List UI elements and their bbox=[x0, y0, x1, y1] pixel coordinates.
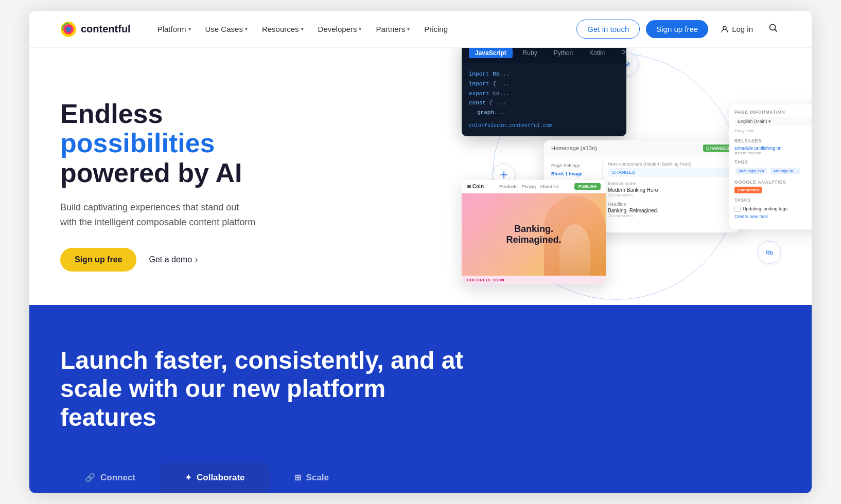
resources-chevron-icon: ▾ bbox=[301, 26, 304, 32]
panel-tags: TAGS 8/05 login in a Manage ta... bbox=[734, 159, 812, 175]
usecases-chevron-icon: ▾ bbox=[245, 26, 248, 32]
tab-ruby[interactable]: Ruby bbox=[517, 48, 544, 58]
nav-item-resources[interactable]: Resources ▾ bbox=[256, 21, 310, 38]
nav-item-usecases[interactable]: Use Cases ▾ bbox=[199, 21, 254, 38]
search-icon bbox=[768, 23, 778, 32]
tab-python[interactable]: Python bbox=[548, 48, 579, 58]
tab-scale[interactable]: ⊞ Scale bbox=[270, 462, 354, 493]
scale-icon: ⊞ bbox=[294, 473, 301, 482]
hero-section: Endless possibilities powered by AI Buil… bbox=[29, 48, 812, 305]
panel-tag-1: 8/05 login in a bbox=[735, 168, 767, 174]
nav-links: Platform ▾ Use Cases ▾ Resources ▾ Devel… bbox=[151, 21, 577, 38]
logo[interactable]: contentful bbox=[60, 21, 131, 38]
panel-analytics: GOOGLE ANALYTICS Connected bbox=[734, 179, 812, 193]
cms-nav-block1-image[interactable]: Block 1 Image bbox=[551, 170, 597, 178]
search-button[interactable] bbox=[765, 20, 781, 38]
cms-main-fields: Hero component (Modern Banking Hero) CHA… bbox=[608, 161, 732, 227]
developers-chevron-icon: ▾ bbox=[359, 26, 361, 32]
hero-content: Endless possibilities powered by AI Buil… bbox=[60, 79, 297, 272]
hero-title: Endless possibilities powered by AI bbox=[60, 99, 297, 188]
tab-php[interactable]: PHP bbox=[615, 48, 626, 58]
hero-signup-button[interactable]: Sign up free bbox=[60, 248, 136, 272]
panel-tasks: TASKS Updating landing tags Create new t… bbox=[734, 197, 812, 220]
svg-point-3 bbox=[723, 26, 726, 29]
logo-text: contentful bbox=[81, 23, 131, 35]
code-editor-card: JavaScript Ruby Python Kotlin PHP ... im… bbox=[462, 43, 626, 136]
blue-section: Launch faster, consistently, and at scal… bbox=[29, 305, 812, 493]
nav-actions: Get in touch Sign up free Log in bbox=[576, 20, 781, 39]
tab-connect[interactable]: 🔗 Connect bbox=[60, 462, 160, 493]
hero-demo-button[interactable]: Get a demo › bbox=[149, 255, 198, 264]
feature-tabs: 🔗 Connect ✦ Collaborate ⊞ Scale bbox=[60, 462, 781, 493]
blue-section-title: Launch faster, consistently, and at scal… bbox=[60, 346, 472, 431]
panel-english-field: English (Main) ▾ bbox=[734, 117, 812, 126]
panel-releases: RELEASES schedule publishing on Add to r… bbox=[734, 138, 812, 155]
tab-javascript[interactable]: JavaScript bbox=[469, 48, 513, 58]
sign-up-button[interactable]: Sign up free bbox=[646, 20, 708, 38]
web-preview-card: ≋ Coin Products Pricing About Us PUBLISH bbox=[462, 180, 606, 284]
login-icon bbox=[721, 25, 729, 33]
platform-chevron-icon: ▾ bbox=[188, 26, 191, 32]
web-hero-image: Banking.Reimagined. bbox=[462, 193, 606, 276]
circle-diagram: 🛍 JavaScript Ruby bbox=[431, 38, 812, 305]
contentful-logo-icon bbox=[60, 21, 77, 38]
right-panel-card: PAGE INFORMATION English (Main) ▾ Emily … bbox=[729, 104, 812, 229]
get-in-touch-button[interactable]: Get in touch bbox=[576, 20, 640, 39]
cms-page-name: Homepage (a13n) bbox=[551, 145, 597, 151]
svg-line-5 bbox=[775, 30, 777, 32]
web-nav-about: About Us bbox=[540, 184, 559, 189]
nav-item-partners[interactable]: Partners ▾ bbox=[370, 21, 416, 38]
tab-kotlin[interactable]: Kotlin bbox=[583, 48, 611, 58]
web-footer: COLORFUL COIN bbox=[462, 276, 606, 284]
hero-actions: Sign up free Get a demo › bbox=[60, 248, 297, 272]
web-logo: ≋ Coin bbox=[467, 184, 484, 189]
web-nav-pricing: Pricing bbox=[521, 184, 536, 189]
node-left-icon bbox=[499, 170, 509, 180]
cms-header: Homepage (a13n) CHANGES bbox=[544, 140, 740, 156]
partners-chevron-icon: ▾ bbox=[407, 26, 410, 32]
panel-tag-2: Manage ta... bbox=[770, 168, 799, 174]
collaborate-icon: ✦ bbox=[185, 473, 191, 482]
cms-nav-page-settings[interactable]: Page Settings bbox=[551, 161, 597, 170]
cms-changes-badge: CHANGES bbox=[703, 145, 732, 152]
svg-point-4 bbox=[770, 25, 776, 30]
connect-icon: 🔗 bbox=[85, 473, 95, 482]
web-nav: ≋ Coin Products Pricing About Us PUBLISH bbox=[462, 180, 606, 193]
web-nav-products: Products bbox=[499, 184, 518, 189]
nav-item-developers[interactable]: Developers ▾ bbox=[312, 21, 368, 38]
node-shopify: 🛍 bbox=[758, 241, 781, 264]
panel-page-info: PAGE INFORMATION English (Main) ▾ Emily … bbox=[734, 110, 812, 134]
analytics-status: Connected bbox=[734, 187, 762, 193]
nav-item-platform[interactable]: Platform ▾ bbox=[151, 21, 197, 38]
login-button[interactable]: Log in bbox=[714, 20, 759, 38]
navbar: contentful Platform ▾ Use Cases ▾ Resour… bbox=[29, 11, 812, 48]
tab-collaborate[interactable]: ✦ Collaborate bbox=[160, 462, 270, 493]
cms-field-internal-name: Internal name Modern Banking Hero 19 cha… bbox=[608, 181, 732, 197]
nav-item-pricing[interactable]: Pricing bbox=[418, 21, 454, 38]
hero-visual: 🛍 JavaScript Ruby bbox=[431, 38, 812, 305]
code-body: import Re... import { ... export co... c… bbox=[462, 63, 626, 136]
cms-field-headline: Headline Banking. Reimagined. 19 charact… bbox=[608, 202, 732, 218]
web-publish-button[interactable]: PUBLISH bbox=[574, 183, 601, 190]
svg-point-2 bbox=[66, 27, 71, 32]
web-hero-text: Banking.Reimagined. bbox=[506, 224, 561, 246]
cms-field-hero-component: Hero component (Modern Banking Hero) CHA… bbox=[608, 161, 732, 177]
create-task-link[interactable]: Create new task bbox=[734, 213, 812, 220]
hero-subtitle: Build captivating experiences that stand… bbox=[60, 200, 256, 230]
arrow-icon: › bbox=[195, 255, 198, 264]
task-1: Updating landing tags bbox=[734, 205, 812, 213]
